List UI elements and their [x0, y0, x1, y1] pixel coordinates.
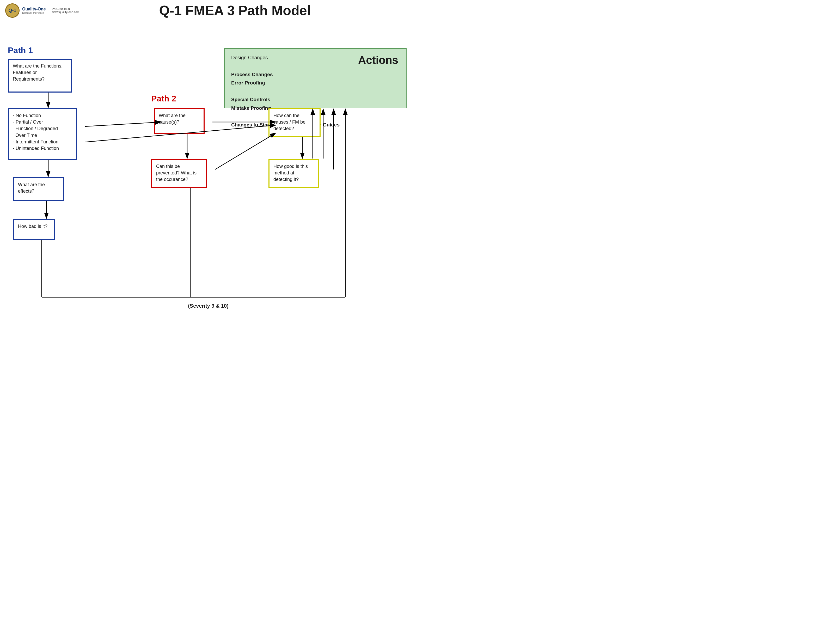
- detected-text: How can the causes / FM be detected?: [273, 113, 306, 131]
- failure-no: - No Function: [13, 113, 72, 119]
- website: www.quality-one.com: [52, 10, 79, 14]
- effects-box: What are the effects?: [13, 177, 64, 201]
- page-title: Q-1 FMEA 3 Path Model: [79, 3, 411, 18]
- action-process: Process Changes: [231, 71, 400, 79]
- prevented-box: Can this be prevented? What is the occur…: [151, 159, 207, 188]
- svg-line-5: [85, 122, 161, 126]
- path2-label: Path 2: [151, 94, 176, 103]
- severity-label: (Severity 9 & 10): [188, 303, 228, 309]
- diagram: Path 1 Path 2 Path 3 Actions Design Chan…: [0, 21, 416, 321]
- company-name: Quality-One: [22, 7, 46, 11]
- actions-box: Actions Design Changes Process Changes E…: [224, 48, 407, 108]
- contact-info: 248.280.4800 www.quality-one.com: [52, 7, 79, 14]
- effects-text: What are the effects?: [18, 182, 45, 194]
- severity-box: How bad is it?: [13, 219, 55, 240]
- failure-unintended: - Unintended Function: [13, 145, 72, 152]
- functions-box: What are the Functions, Features or Requ…: [8, 59, 72, 93]
- logo-text: Quality-One Discover the Value: [22, 7, 46, 14]
- failure-partial: - Partial / Over Function / Degraded Ove…: [13, 119, 72, 139]
- how-good-text: How good is this method at detecting it?: [273, 164, 308, 182]
- severity-text: How bad is it?: [18, 224, 47, 229]
- phone-number: 248.280.4800: [52, 7, 79, 10]
- failures-box: - No Function - Partial / Over Function …: [8, 108, 77, 160]
- logo-icon: Q-1: [5, 3, 19, 18]
- logo-area: Q-1 Quality-One Discover the Value 248.2…: [5, 3, 79, 18]
- action-error: Error Proofing: [231, 79, 400, 87]
- company-tagline: Discover the Value: [22, 11, 46, 14]
- functions-text: What are the Functions, Features or Requ…: [13, 63, 63, 82]
- causes-box: What are the cause(s)?: [154, 108, 204, 134]
- actions-title: Actions: [358, 53, 398, 68]
- detected-box: How can the causes / FM be detected?: [269, 108, 321, 137]
- causes-text: What are the cause(s)?: [159, 113, 186, 125]
- prevented-text: Can this be prevented? What is the occur…: [156, 164, 196, 182]
- path1-label: Path 1: [8, 46, 33, 55]
- failure-intermittent: - Intermittent Function: [13, 139, 72, 145]
- svg-line-9: [215, 133, 276, 169]
- how-good-box: How good is this method at detecting it?: [269, 159, 319, 188]
- header: Q-1 Quality-One Discover the Value 248.2…: [0, 0, 416, 21]
- action-special: Special Controls: [231, 95, 400, 104]
